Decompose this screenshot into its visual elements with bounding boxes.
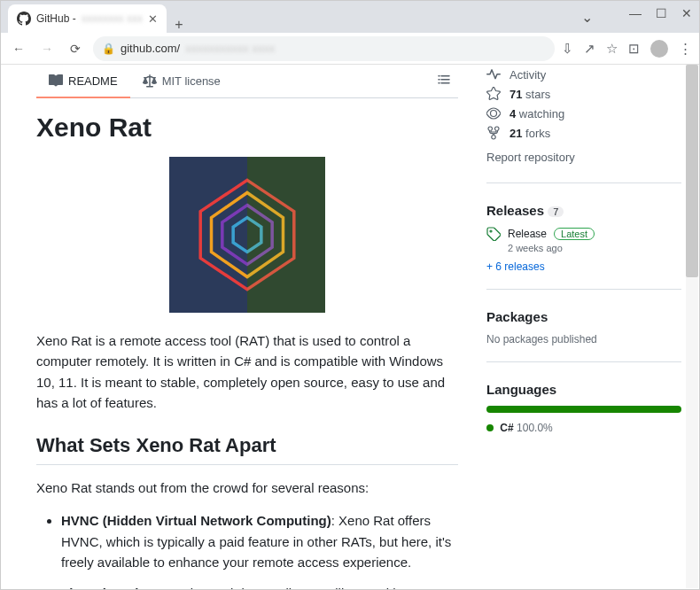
scrollbar[interactable] xyxy=(686,65,698,588)
list-item: Live Microphone: Enjoy real-time audio s… xyxy=(61,583,458,589)
readme-content: Xeno Rat Xeno Rat is a remote access too… xyxy=(36,113,458,589)
more-releases-link[interactable]: + 6 releases xyxy=(486,260,681,273)
tab-title: GitHub - xyxy=(36,12,76,25)
tab-readme[interactable]: README xyxy=(36,65,130,98)
languages-bar xyxy=(486,406,681,413)
outline-icon[interactable] xyxy=(430,65,458,97)
languages-heading: Languages xyxy=(486,382,681,397)
pulse-icon xyxy=(486,67,501,82)
releases-count-badge: 7 xyxy=(548,206,564,217)
tab-list-chevron-icon[interactable]: ⌄ xyxy=(581,9,593,26)
tab-license[interactable]: MIT license xyxy=(130,65,233,97)
watching-link[interactable]: 4 watching xyxy=(486,104,681,123)
list-item: HVNC (Hidden Virtual Network Computing):… xyxy=(61,510,458,572)
lock-icon: 🔒 xyxy=(102,43,115,55)
lang-dot-icon xyxy=(486,424,494,431)
hero-image xyxy=(169,157,325,313)
latest-badge: Latest xyxy=(554,228,595,240)
law-icon xyxy=(143,74,157,89)
tag-icon xyxy=(486,227,501,241)
intro2-paragraph: Xeno Rat stands out from the crowd for s… xyxy=(36,477,458,498)
browser-nav-bar: ← → ⟳ 🔒 github.com/ xxxxxxxxxxx xxxx ⇩ ↗… xyxy=(1,33,699,65)
url-text: github.com/ xyxy=(121,42,180,55)
section-heading: What Sets Xeno Rat Apart xyxy=(36,434,458,465)
window-close-icon[interactable]: ✕ xyxy=(681,6,692,20)
new-tab-button[interactable]: + xyxy=(167,17,191,33)
packages-empty-text: No packages published xyxy=(486,333,681,345)
scrollbar-thumb[interactable] xyxy=(686,65,698,277)
forward-button: → xyxy=(36,42,58,56)
language-item[interactable]: C# 100.0% xyxy=(486,422,681,434)
book-icon xyxy=(49,74,63,88)
reload-button[interactable]: ⟳ xyxy=(65,42,86,56)
forks-link[interactable]: 21 forks xyxy=(486,123,681,143)
bookmark-icon[interactable]: ☆ xyxy=(606,41,618,57)
page-title: Xeno Rat xyxy=(36,113,458,143)
repo-sidebar: Activity 71 stars 4 watching 21 forks Re… xyxy=(479,65,699,589)
window-maximize-icon[interactable]: ☐ xyxy=(656,6,667,20)
tab-license-label: MIT license xyxy=(162,74,221,88)
tab-readme-label: README xyxy=(68,74,118,88)
menu-icon[interactable]: ⋮ xyxy=(679,41,692,57)
github-favicon-icon xyxy=(17,12,31,26)
release-date: 2 weeks ago xyxy=(508,243,681,253)
activity-link[interactable]: Activity xyxy=(486,65,681,84)
back-button[interactable]: ← xyxy=(8,42,29,56)
latest-release-link[interactable]: Release Latest xyxy=(486,227,681,241)
window-minimize-icon[interactable]: — xyxy=(629,6,642,20)
fork-icon xyxy=(486,126,501,140)
eye-icon xyxy=(486,106,501,120)
svg-rect-6 xyxy=(247,157,325,313)
star-icon xyxy=(486,87,501,101)
tab-close-icon[interactable]: ✕ xyxy=(148,12,158,26)
profile-avatar-icon[interactable] xyxy=(650,40,668,58)
browser-tab-bar: GitHub - xxxxxxxx xxx ✕ + ⌄ xyxy=(1,1,699,33)
install-icon[interactable]: ⇩ xyxy=(562,41,573,57)
share-icon[interactable]: ↗ xyxy=(584,41,595,57)
svg-rect-1 xyxy=(169,157,247,313)
browser-tab-active[interactable]: GitHub - xxxxxxxx xxx ✕ xyxy=(8,4,167,33)
intro-paragraph: Xeno Rat is a remote access tool (RAT) t… xyxy=(36,330,458,413)
packages-heading[interactable]: Packages xyxy=(486,309,681,324)
repo-file-tabs: README MIT license xyxy=(36,65,458,98)
releases-heading[interactable]: Releases 7 xyxy=(486,203,681,218)
address-bar[interactable]: 🔒 github.com/ xxxxxxxxxxx xxxx xyxy=(93,36,555,61)
extensions-icon[interactable]: ⊡ xyxy=(628,41,640,57)
stars-link[interactable]: 71 stars xyxy=(486,84,681,104)
report-link[interactable]: Report repository xyxy=(486,148,681,167)
